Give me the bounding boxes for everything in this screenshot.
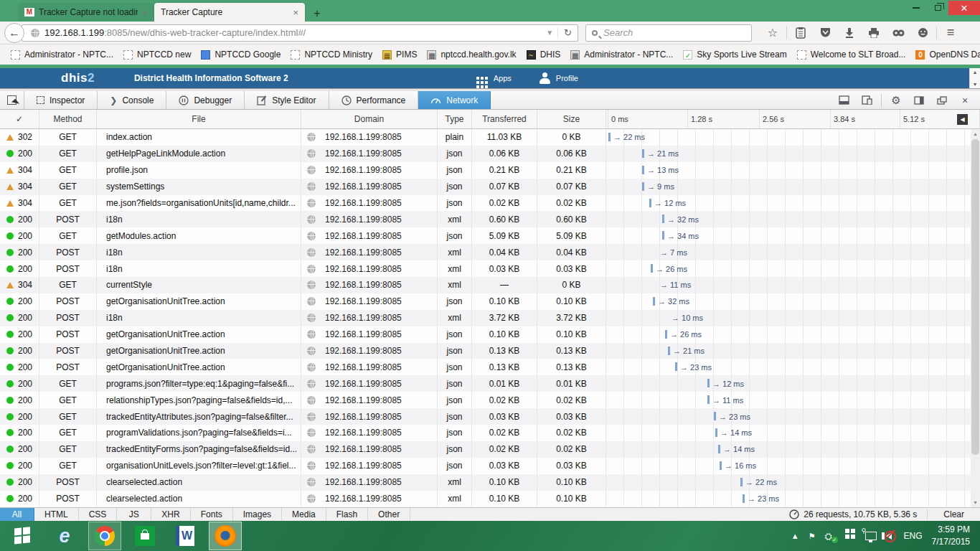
column-method[interactable]: Method xyxy=(39,110,97,128)
profile-menu[interactable]: Profile xyxy=(539,72,578,84)
taskbar-store[interactable] xyxy=(128,522,161,550)
devtools-tab-inspector[interactable]: Inspector xyxy=(24,91,98,109)
column-file[interactable]: File xyxy=(97,110,301,128)
pocket-icon[interactable] xyxy=(813,27,837,38)
request-row[interactable]: 200POSTi18n192.168.1.199:8085xml0.04 KB0… xyxy=(0,244,971,260)
request-row[interactable]: 200POSTgetOrganisationUnitTree.action192… xyxy=(0,326,971,343)
bookmark-item[interactable]: ▩Administrator - NPTC... xyxy=(565,47,678,62)
request-row[interactable]: 200POSTgetOrganisationUnitTree.action192… xyxy=(0,293,971,310)
split-console-icon[interactable] xyxy=(833,95,854,105)
devtools-tab-network[interactable]: Network xyxy=(418,91,491,109)
request-row[interactable]: 200POSTclearselected.action192.168.1.199… xyxy=(0,474,971,491)
start-button[interactable] xyxy=(0,532,44,540)
bookmark-item[interactable]: ~DHIS xyxy=(522,47,566,62)
bookmark-item[interactable]: ▩nptccd.health.gov.lk xyxy=(422,47,521,62)
request-row[interactable]: 200POSTi18n192.168.1.199:8085xml0.60 KB0… xyxy=(0,211,971,227)
request-row[interactable]: 304GETsystemSettings192.168.1.199:8085js… xyxy=(0,179,971,195)
tray-show-hidden-icon[interactable]: ▲ xyxy=(791,532,799,540)
url-dropdown-icon[interactable]: ▼ xyxy=(542,29,557,37)
filter-button-html[interactable]: HTML xyxy=(34,508,79,521)
request-row[interactable]: 304GETprofile.json192.168.1.199:8085json… xyxy=(0,162,971,179)
filter-button-fonts[interactable]: Fonts xyxy=(191,508,233,521)
request-row[interactable]: 200POSTi18n192.168.1.199:8085xml3.72 KB3… xyxy=(0,310,971,326)
apps-menu[interactable]: Apps xyxy=(476,74,512,83)
scroll-down-icon[interactable]: ▾ xyxy=(971,499,980,506)
search-input[interactable]: Search xyxy=(585,24,752,42)
url-bar[interactable]: 192.168.1.199 :8085/new/dhis-web-tracker… xyxy=(22,24,578,42)
request-row[interactable]: 200POSTi18n192.168.1.199:8085xml0.03 KB0… xyxy=(0,260,971,277)
smiley-extension-icon[interactable] xyxy=(910,27,935,38)
scroll-up-icon[interactable]: ▴ xyxy=(971,131,980,137)
bookmark-star-icon[interactable]: ☆ xyxy=(760,26,785,39)
browser-tab-active[interactable]: Tracker Capture × xyxy=(154,3,305,22)
taskbar-ie[interactable]: e xyxy=(48,522,81,550)
request-row[interactable]: 200GETorganisationUnitLevels.json?filter… xyxy=(0,458,971,474)
filter-button-other[interactable]: Other xyxy=(368,508,410,521)
request-row[interactable]: 200POSTgetOrganisationUnitTree.action192… xyxy=(0,359,971,375)
bookmark-item[interactable]: ▦PIMS xyxy=(377,47,422,62)
devtools-tab-performance[interactable]: Performance xyxy=(329,91,419,109)
timeline-toggle-icon[interactable]: ◀ xyxy=(957,114,968,125)
language-indicator[interactable]: ENG xyxy=(904,531,923,541)
bookmark-item[interactable]: Administrator - NPTC... xyxy=(6,47,118,62)
devtools-tab-debugger[interactable]: Debugger xyxy=(166,91,245,109)
scrollbar-thumb[interactable] xyxy=(971,139,979,455)
request-row[interactable]: 200GETrelationshipTypes.json?paging=fals… xyxy=(0,392,971,408)
column-transferred[interactable]: Transferred xyxy=(472,110,537,128)
devtools-tab-console[interactable]: ❯ Console xyxy=(98,91,166,109)
request-row[interactable]: 200GETtrackedEntityAttributes.json?pagin… xyxy=(0,408,971,425)
filter-button-flash[interactable]: Flash xyxy=(326,508,368,521)
bookmark-item[interactable]: Welcome to SLT Broad... xyxy=(792,47,911,62)
request-row[interactable]: 200POSTgetOrganisationUnitTree.action192… xyxy=(0,343,971,359)
close-button[interactable]: ✕ xyxy=(948,1,980,15)
taskbar-chrome[interactable] xyxy=(88,522,121,550)
taskbar-word[interactable]: W xyxy=(169,522,202,550)
taskbar-firefox[interactable] xyxy=(209,522,242,550)
filter-button-css[interactable]: CSS xyxy=(79,508,118,521)
network-scrollbar[interactable]: ▴ ▾ xyxy=(971,129,980,507)
request-row[interactable]: 200GETtrackedEntityForms.json?paging=fal… xyxy=(0,441,971,458)
request-row[interactable]: 200GETprogramValidations.json?paging=fal… xyxy=(0,425,971,441)
request-row[interactable]: 304GETme.json?fields=organisationUnits[i… xyxy=(0,195,971,212)
separate-window-icon[interactable] xyxy=(931,96,953,105)
scroll-down-icon[interactable]: ▾ xyxy=(974,81,976,88)
bookmark-item[interactable]: 0OpenDNS Dashboard xyxy=(910,47,980,62)
bookmark-item[interactable]: NPTCCD Google xyxy=(196,47,286,62)
filter-button-media[interactable]: Media xyxy=(282,508,326,521)
bookmarks-list-icon[interactable] xyxy=(788,27,813,39)
column-type[interactable]: Type xyxy=(438,110,472,128)
filter-button-js[interactable]: JS xyxy=(117,508,151,521)
scroll-up-icon[interactable]: ▴ xyxy=(974,69,976,75)
new-tab-button[interactable]: + xyxy=(308,6,326,22)
devtools-settings-icon[interactable]: ⚙ xyxy=(885,94,907,107)
pick-element-button[interactable] xyxy=(0,91,24,109)
reload-icon[interactable]: ↻ xyxy=(557,27,578,38)
mask-extension-icon[interactable] xyxy=(886,29,910,37)
tray-windows-icon[interactable] xyxy=(845,529,849,533)
devtools-close-icon[interactable]: × xyxy=(954,95,976,106)
back-button[interactable]: ← xyxy=(4,23,24,43)
request-row[interactable]: 200GETprograms.json?filter=type:eq:1&pag… xyxy=(0,375,971,392)
clear-button[interactable]: Clear xyxy=(927,509,980,519)
tray-action-center-flag-icon[interactable]: ⚑ xyxy=(809,532,816,541)
downloads-icon[interactable] xyxy=(837,27,862,38)
dock-side-icon[interactable] xyxy=(908,96,930,105)
tab-close-icon[interactable]: × xyxy=(293,7,298,18)
request-row[interactable]: 200GETgetHelpPageLinkModule.action192.16… xyxy=(0,146,971,162)
devtools-tab-style-editor[interactable]: Style Editor xyxy=(245,91,329,109)
restore-button[interactable] xyxy=(927,1,948,15)
clock[interactable]: 3:59 PM 7/17/2015 xyxy=(932,524,973,549)
minimize-button[interactable] xyxy=(905,1,927,15)
request-row[interactable]: 302GETindex.action192.168.1.199:8085plai… xyxy=(0,129,971,146)
bookmark-item[interactable]: NPTCCD new xyxy=(118,47,196,62)
request-row[interactable]: 200POSTclearselected.action192.168.1.199… xyxy=(0,491,971,507)
request-row[interactable]: 200GETgetModules.action192.168.1.199:808… xyxy=(0,227,971,244)
tab-close-icon[interactable]: × xyxy=(142,7,148,18)
tray-volume-muted-icon[interactable] xyxy=(886,532,895,540)
filter-button-xhr[interactable]: XHR xyxy=(151,508,190,521)
column-status[interactable]: ✓ xyxy=(0,110,39,128)
responsive-mode-icon[interactable] xyxy=(856,95,877,105)
print-icon[interactable] xyxy=(862,28,886,38)
menu-hamburger-icon[interactable]: ≡ xyxy=(938,25,963,40)
filter-button-all[interactable]: All xyxy=(0,508,34,521)
